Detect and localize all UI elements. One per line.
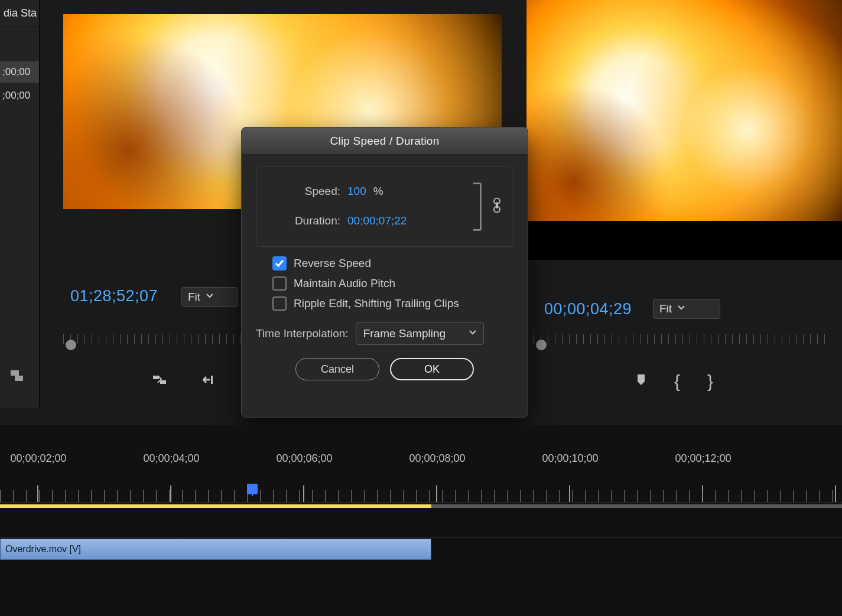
source-zoom-select[interactable]: Fit [181,287,238,307]
ripple-edit-checkbox[interactable] [272,296,287,311]
duration-value[interactable]: 00;00;07;22 [347,214,407,227]
cancel-button[interactable]: Cancel [295,358,379,380]
dialog-title: Clip Speed / Duration [242,128,528,155]
dialog-body: Speed: 100 % Duration: 00;00;07;22 Rever… [242,155,528,390]
maintain-pitch-label: Maintain Audio Pitch [294,277,395,290]
work-area-bar-inactive [431,504,842,508]
in-timecode-row[interactable]: ;00;00 [0,61,39,83]
time-interpolation-label: Time Interpolation: [256,327,349,340]
reverse-speed-checkbox[interactable] [272,256,287,270]
brace-close-icon[interactable]: } [707,371,713,392]
time-interpolation-row: Time Interpolation: Frame Sampling [256,322,513,345]
program-video-preview[interactable] [526,0,842,260]
program-playhead-dot[interactable] [536,340,547,350]
speed-label: Speed: [268,185,340,198]
reverse-speed-label: Reverse Speed [294,257,371,270]
program-mini-ruler[interactable] [526,332,842,350]
in-timecode-value: ;00;00 [2,66,30,78]
program-ruler-ticks [534,334,830,344]
ruler-ticks-minor [0,490,842,502]
chevron-down-icon [678,305,685,312]
program-zoom-value: Fit [659,302,672,315]
ruler-label: 00;00;10;00 [542,452,598,465]
insert-icon[interactable] [152,373,167,390]
track-divider [0,537,842,538]
timeline-clip[interactable]: Overdrive.mov [V] [0,539,431,560]
maintain-pitch-checkbox[interactable] [272,276,287,291]
track-divider [0,502,842,503]
ruler-label: 00;00;08;00 [409,452,465,465]
timeline-playhead[interactable] [252,492,253,496]
playhead-head-icon[interactable] [247,484,258,494]
program-zoom-select[interactable]: Fit [653,299,720,319]
svg-rect-0 [211,376,213,384]
ripple-edit-label: Ripple Edit, Shifting Trailing Clips [294,297,459,310]
clip-speed-duration-dialog: Clip Speed / Duration Speed: 100 % Durat… [241,127,528,418]
chevron-down-icon [206,294,213,301]
speed-row: Speed: 100 % [268,185,501,198]
duration-label: Duration: [268,214,340,227]
brace-open-icon[interactable]: { [674,371,680,392]
link-toggle-icon[interactable] [492,198,502,216]
panel-tab-truncated[interactable]: dia Sta [0,0,39,27]
ruler-label: 00;00;12;00 [675,452,731,465]
timeline-clip-label: Overdrive.mov [V] [5,544,81,555]
speed-duration-group: Speed: 100 % Duration: 00;00;07;22 [256,167,513,247]
preview-letterbox [526,221,842,260]
program-toolstrip: { } [635,370,713,393]
dialog-button-row: Cancel OK [256,358,513,380]
chevron-down-icon [469,330,476,337]
timeline-panel: 00;00;02;00 00;00;04;00 00;00;06;00 00;0… [0,425,842,616]
panel-tab-text: dia Sta [4,7,37,19]
ripple-edit-row[interactable]: Ripple Edit, Shifting Trailing Clips [272,296,513,311]
out-timecode-row[interactable]: ;00;00 [0,85,39,106]
time-interpolation-value: Frame Sampling [363,327,446,340]
panel-menu-icon[interactable] [11,370,24,384]
work-area-bar[interactable] [0,504,431,508]
out-timecode-value: ;00;00 [2,90,30,102]
link-bracket-icon [472,181,485,232]
svg-rect-3 [496,203,498,208]
source-toolstrip [152,370,218,393]
program-monitor-panel: 00;00;04;29 Fit { } [526,0,842,408]
left-panel-sliver: dia Sta ;00;00 ;00;00 [0,0,39,408]
speed-value[interactable]: 100 [347,185,366,198]
speed-unit: % [373,185,383,198]
timeline-ruler[interactable]: 00;00;02;00 00;00;04;00 00;00;06;00 00;0… [0,449,842,496]
ruler-label: 00;00;06;00 [276,452,332,465]
duration-row: Duration: 00;00;07;22 [268,214,501,227]
ok-button[interactable]: OK [390,358,474,380]
ruler-label: 00;00;04;00 [143,452,199,465]
program-timecode[interactable]: 00;00;04;29 [544,300,632,318]
reverse-speed-row[interactable]: Reverse Speed [272,256,513,270]
overwrite-icon[interactable] [203,373,218,390]
maintain-pitch-row[interactable]: Maintain Audio Pitch [272,276,513,291]
source-playhead-dot[interactable] [66,340,76,350]
mark-in-icon[interactable] [635,373,647,390]
source-timecode[interactable]: 01;28;52;07 [70,287,158,305]
ruler-label: 00;00;02;00 [10,452,66,465]
time-interpolation-select[interactable]: Frame Sampling [356,322,484,345]
source-zoom-value: Fit [188,291,200,304]
